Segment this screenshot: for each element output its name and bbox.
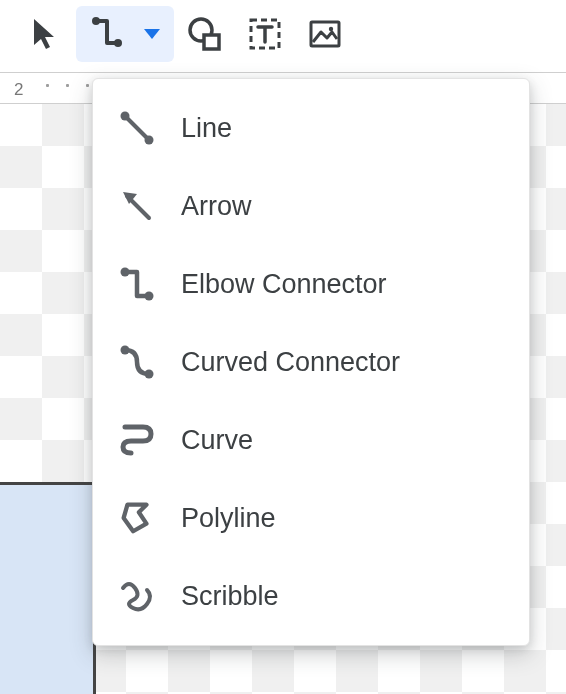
text-box-icon — [247, 16, 283, 52]
line-tool-split-button — [76, 6, 174, 62]
curved-connector-icon — [115, 340, 159, 384]
elbow-connector-icon — [115, 262, 159, 306]
select-tool-button[interactable] — [16, 6, 74, 62]
svg-point-14 — [145, 370, 154, 379]
elbow-line-icon — [89, 14, 125, 54]
text-box-tool-button[interactable] — [236, 6, 294, 62]
menu-item-label: Elbow Connector — [181, 269, 387, 300]
cursor-icon — [30, 17, 60, 51]
menu-item-label: Scribble — [181, 581, 279, 612]
toolbar — [0, 0, 566, 72]
line-icon — [115, 106, 159, 150]
svg-point-9 — [145, 136, 154, 145]
scribble-icon — [115, 574, 159, 618]
menu-item-curved-connector[interactable]: Curved Connector — [93, 323, 529, 401]
svg-line-8 — [125, 116, 149, 140]
menu-item-label: Polyline — [181, 503, 276, 534]
shape-tool-button[interactable] — [176, 6, 234, 62]
svg-point-1 — [114, 39, 122, 47]
menu-item-polyline[interactable]: Polyline — [93, 479, 529, 557]
slide-edge — [0, 482, 96, 694]
polyline-icon — [115, 496, 159, 540]
arrow-icon — [115, 184, 159, 228]
menu-item-arrow[interactable]: Arrow — [93, 167, 529, 245]
menu-item-scribble[interactable]: Scribble — [93, 557, 529, 635]
line-type-menu: Line Arrow Elbow Connector — [92, 78, 530, 646]
shape-icon — [187, 16, 223, 52]
menu-item-elbow-connector[interactable]: Elbow Connector — [93, 245, 529, 323]
menu-item-label: Arrow — [181, 191, 252, 222]
menu-item-line[interactable]: Line — [93, 89, 529, 167]
chevron-down-icon — [144, 29, 160, 39]
image-tool-button[interactable] — [296, 6, 354, 62]
svg-point-12 — [145, 292, 154, 301]
svg-rect-3 — [204, 35, 219, 49]
curve-icon — [115, 418, 159, 462]
menu-item-label: Curved Connector — [181, 347, 400, 378]
menu-item-label: Curve — [181, 425, 253, 456]
menu-item-label: Line — [181, 113, 232, 144]
line-tool-dropdown-button[interactable] — [134, 6, 170, 62]
svg-point-6 — [329, 27, 333, 31]
image-icon — [307, 16, 343, 52]
line-tool-button[interactable] — [80, 6, 134, 62]
menu-item-curve[interactable]: Curve — [93, 401, 529, 479]
